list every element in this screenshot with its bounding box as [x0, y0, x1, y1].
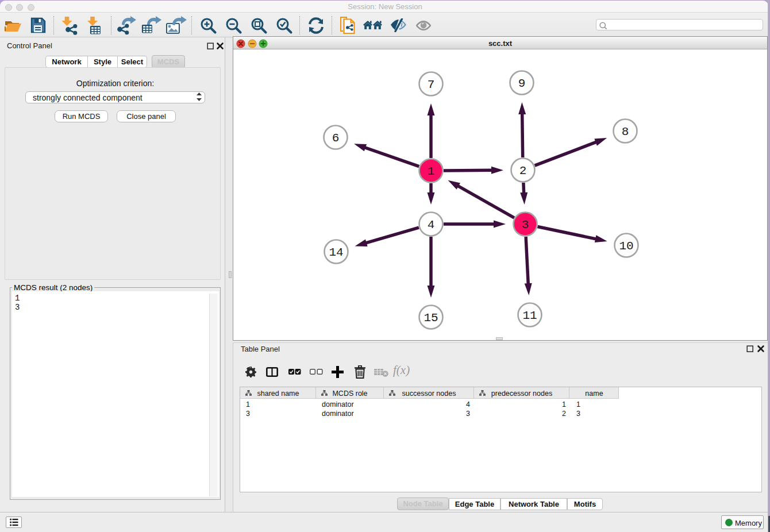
svg-text:10: 10	[619, 240, 633, 253]
svg-text:15: 15	[424, 311, 438, 325]
svg-text:9: 9	[518, 77, 526, 90]
svg-text:6: 6	[332, 132, 340, 145]
svg-text:8: 8	[622, 125, 629, 138]
svg-text:14: 14	[329, 246, 343, 259]
svg-text:4: 4	[428, 218, 435, 232]
svg-text:3: 3	[522, 218, 529, 232]
svg-text:7: 7	[428, 78, 435, 91]
svg-text:1: 1	[428, 165, 435, 178]
svg-text:2: 2	[519, 164, 527, 178]
svg-text:11: 11	[522, 309, 537, 322]
